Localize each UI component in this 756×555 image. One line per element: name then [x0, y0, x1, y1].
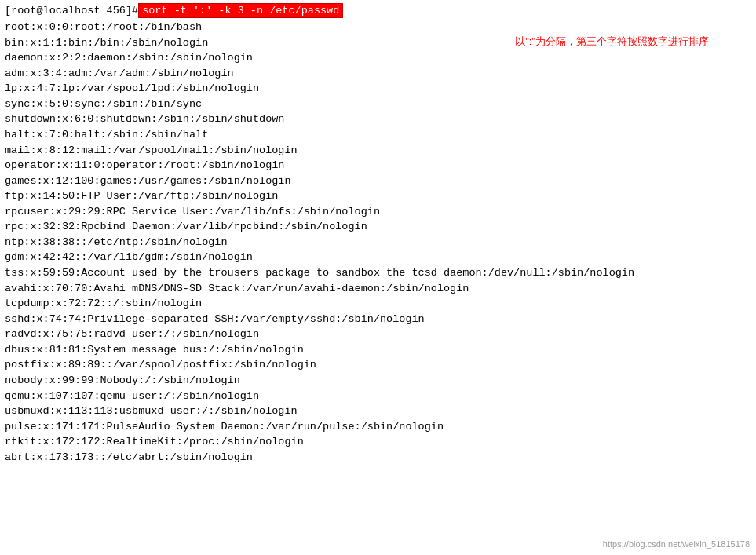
- output-line: radvd:x:75:75:radvd user:/:/sbin/nologin: [5, 327, 751, 342]
- output-line: sync:x:5:0:sync:/sbin:/bin/sync: [5, 97, 751, 112]
- output-line: dbus:x:81:81:System message bus:/:/sbin/…: [5, 342, 751, 358]
- output-line: mail:x:8:12:mail:/var/spool/mail:/sbin/n…: [5, 143, 751, 159]
- output-line: adm:x:3:4:adm:/var/adm:/sbin/nologin: [5, 66, 751, 82]
- output-line: abrt:x:173:173::/etc/abrt:/sbin/nologin: [5, 450, 751, 466]
- output-line: halt:x:7:0:halt:/sbin:/sbin/halt: [5, 127, 751, 143]
- output-line: rpcuser:x:29:29:RPC Service User:/var/li…: [5, 204, 751, 220]
- output-line: avahi:x:70:70:Avahi mDNS/DNS-SD Stack:/v…: [5, 281, 751, 297]
- output-line: qemu:x:107:107:qemu user:/:/sbin/nologin: [5, 389, 751, 404]
- output-line: usbmuxd:x:113:113:usbmuxd user:/:/sbin/n…: [5, 403, 751, 419]
- output-line: ftp:x:14:50:FTP User:/var/ftp:/sbin/nolo…: [5, 188, 751, 204]
- watermark: https://blog.csdn.net/weixin_51815178: [603, 539, 750, 549]
- output-line: gdm:x:42:42::/var/lib/gdm:/sbin/nologin: [5, 250, 751, 265]
- prompt: [root@localhost 456]#: [5, 5, 138, 16]
- output-line: postfix:x:89:89::/var/spool/postfix:/sbi…: [5, 357, 751, 373]
- output-line: root:x:0:0:root:/root:/bin/bash: [5, 20, 751, 35]
- output-line: tcpdump:x:72:72::/:sbin/nologin: [5, 296, 751, 312]
- output-line: daemon:x:2:2:daemon:/sbin:/sbin/nologin: [5, 50, 751, 66]
- output-line: operator:x:11:0:operator:/root:/sbin/nol…: [5, 158, 751, 173]
- output-line: sshd:x:74:74:Privilege-separated SSH:/va…: [5, 312, 751, 327]
- output-line: nobody:x:99:99:Nobody:/:/sbin/nologin: [5, 373, 751, 389]
- output-line: rtkit:x:172:172:RealtimeKit:/proc:/sbin/…: [5, 434, 751, 450]
- output-line: shutdown:x:6:0:shutdown:/sbin:/sbin/shut…: [5, 111, 751, 127]
- output-line: pulse:x:171:171:PulseAudio System Daemon…: [5, 419, 751, 435]
- output-line: ntp:x:38:38::/etc/ntp:/sbin/nologin: [5, 235, 751, 250]
- command-line: [root@localhost 456]# sort -t ':' -k 3 -…: [5, 3, 751, 18]
- output-line: games:x:12:100:games:/usr/games:/sbin/no…: [5, 173, 751, 189]
- output-container: root:x:0:0:root:/root:/bin/bashbin:x:1:1…: [5, 20, 751, 465]
- terminal: [root@localhost 456]# sort -t ':' -k 3 -…: [0, 0, 756, 555]
- annotation: 以":"为分隔，第三个字符按照数字进行排序: [515, 35, 709, 49]
- output-line: rpc:x:32:32:Rpcbind Daemon:/var/lib/rpcb…: [5, 219, 751, 235]
- output-line: tss:x:59:59:Account used by the trousers…: [5, 265, 751, 281]
- command-text: sort -t ':' -k 3 -n /etc/passwd: [138, 3, 343, 18]
- output-line: lp:x:4:7:lp:/var/spool/lpd:/sbin/nologin: [5, 81, 751, 97]
